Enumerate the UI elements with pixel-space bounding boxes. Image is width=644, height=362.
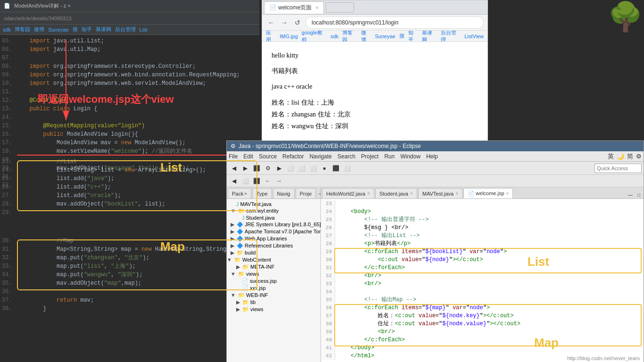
menu-file[interactable]: File [229, 153, 238, 160]
toolbar2-btn-2[interactable]: ⬜ [240, 176, 250, 186]
package-explorer: JMAVTest.java ▼ 📁com.wyl.entity JStudent… [227, 199, 321, 362]
browser-tab-welcome[interactable]: 📄 welcome页面 × [264, 1, 324, 14]
tree-webapp[interactable]: ▶ 🔷Web App Libraries [227, 235, 321, 242]
bm-img[interactable]: IMG.jpg [280, 33, 298, 39]
forward-btn[interactable]: → [279, 17, 289, 28]
new-tab-area[interactable] [326, 2, 354, 13]
editor-tab-student[interactable]: Student.java × [375, 188, 417, 198]
menu-project[interactable]: Project [361, 153, 379, 160]
gear-icon[interactable]: ⚙ [636, 153, 642, 160]
menu-navigate[interactable]: Navigate [309, 153, 331, 160]
bm-suneyae2[interactable]: Suneyae [375, 33, 395, 39]
toolbar2-btn-1[interactable]: ◀ [229, 176, 239, 186]
quick-access-input[interactable] [594, 164, 642, 173]
editor-tab-helloworld[interactable]: HelloWorld2.java × [322, 188, 374, 198]
bm-mooc[interactable]: 慕课网 [96, 26, 111, 33]
menu-refactor[interactable]: Refactor [282, 153, 304, 160]
tree-success[interactable]: 📄success.jsp [227, 278, 321, 285]
bm-listview[interactable]: ListView [464, 33, 484, 39]
menu-run[interactable]: Run [384, 153, 395, 160]
eclipse-main-area: JMAVTest.java ▼ 📁com.wyl.entity JStudent… [227, 199, 644, 362]
helloworld-tab-close[interactable]: × [367, 191, 370, 196]
menu-search[interactable]: Search [338, 153, 355, 160]
welcome-tab-close[interactable]: × [506, 191, 509, 196]
toolbar-btn-9[interactable]: ● [319, 163, 330, 173]
bm-blog2[interactable]: 博客园 [342, 31, 357, 42]
tree-decoration: 🌳 [606, 0, 644, 66]
bm-list[interactable]: List [140, 27, 148, 33]
toolbar-btn-3[interactable]: ⬛ [251, 163, 262, 173]
explorer-tab-proje[interactable]: Proje [296, 188, 316, 198]
tree-reflibs[interactable]: ▶ 🔷Referenced Libraries [227, 242, 321, 249]
toolbar2-btn-3[interactable]: ⬛ [251, 176, 262, 186]
tree-entity[interactable]: ▼ 📁com.wyl.entity [227, 207, 321, 214]
code-line-15: 15. @RequestMapping(value="login") [0, 122, 259, 130]
tab-close-btn[interactable]: × [315, 5, 318, 10]
code-line-07: 07. [0, 54, 259, 62]
bm-weibo[interactable]: 微博 [34, 26, 44, 33]
menu-source[interactable]: Source [259, 153, 277, 160]
tree-views[interactable]: ▼ 📁views [227, 271, 321, 278]
toolbar-btn-11[interactable]: ⬜ [342, 163, 352, 173]
toolbar2-btn-5[interactable]: → [274, 176, 284, 186]
tree-webcontent[interactable]: ▼ 📁WebContent [227, 256, 321, 263]
tree-webinf[interactable]: ▼ 📁WEB-INF [227, 292, 321, 299]
explorer-tab-pack[interactable]: Pack × [228, 188, 251, 198]
bm-mooc2[interactable]: 慕课网 [422, 31, 437, 42]
bm-search[interactable]: 搜 [73, 26, 78, 33]
pack-close[interactable]: × [244, 191, 247, 196]
tree-xxx[interactable]: 📄xxx.jsp [227, 285, 321, 292]
editor-tab-welcome[interactable]: 📄 welcome.jsp × [463, 188, 513, 198]
arrow-reflibs: ▶ [231, 243, 234, 248]
toolbar-btn-4[interactable]: ⚙ [263, 163, 273, 173]
toolbar-btn-6[interactable]: ⬜ [285, 163, 296, 173]
bm-sdk2[interactable]: sdk [330, 33, 339, 39]
bm-app[interactable]: 应用 [266, 31, 276, 42]
bm-admin[interactable]: 后台管理 [115, 26, 136, 33]
arrow-build: ▶ [231, 250, 234, 255]
toolbar2-btn-4[interactable]: ← [263, 176, 273, 186]
tree-jre[interactable]: ▶ 🔷JRE System Library [jre1.8.0_65] [227, 221, 321, 228]
bm-zhihu[interactable]: 知乎 [82, 26, 92, 33]
arrow-metainf: ▶ [236, 264, 240, 270]
menu-edit[interactable]: Edit [243, 153, 253, 160]
tree-lib[interactable]: ▶ 📁lib [227, 299, 321, 306]
toolbar-btn-7[interactable]: ⬜ [297, 163, 307, 173]
tree-views2[interactable]: ▶ 📁views [227, 306, 321, 313]
tree-icon: 🌳 [606, 5, 644, 33]
bm-sdk[interactable]: sdk [3, 27, 11, 33]
editor-tab-mavtest[interactable]: MAVTest.java × [418, 188, 462, 198]
editor-maximize[interactable]: □ [635, 191, 643, 198]
editor-minimize[interactable]: — [627, 191, 634, 198]
tree-student[interactable]: JStudent.java [227, 214, 321, 221]
url-bar[interactable] [305, 16, 484, 29]
menu-window[interactable]: Window [400, 153, 421, 160]
toolbar-btn-5[interactable]: ▶ [274, 163, 284, 173]
bm-zhihu2[interactable]: 知乎 [408, 31, 418, 42]
bm-search2[interactable]: 搜 [399, 33, 405, 40]
toolbar-btn-8[interactable]: ⬜ [308, 163, 318, 173]
bm-admin2[interactable]: 后台管理 [441, 31, 461, 42]
explorer-tab-navig[interactable]: Navig [273, 188, 295, 198]
bm-blog[interactable]: 博客园 [15, 26, 30, 33]
jar-icon-2: 🔷 [237, 229, 243, 234]
content-hello: hello kitty [272, 49, 478, 61]
editor-line-33: 33 <br/> [321, 280, 644, 288]
bm-weibo2[interactable]: 微博 [361, 31, 371, 42]
menu-help[interactable]: Help [426, 153, 438, 160]
toolbar-btn-10[interactable]: ⬛ [330, 163, 341, 173]
toolbar-btn-1[interactable]: ◀ [229, 163, 239, 173]
mavtest-tab-close[interactable]: × [455, 191, 458, 196]
student-tab-close[interactable]: × [410, 191, 413, 196]
refresh-btn[interactable]: ↺ [292, 17, 303, 28]
bm-google[interactable]: google教程 [302, 31, 327, 42]
tree-build[interactable]: ▶ 📁build [227, 249, 321, 256]
explorer-tab-type[interactable]: Type [252, 188, 272, 198]
tree-metainf[interactable]: ▶ 📁META-INF [227, 263, 321, 271]
bm-suneyae[interactable]: Suneyae [48, 27, 68, 33]
tree-tomcat[interactable]: ▶ 🔷Apache Tomcat v7.0 [Apache Tomcat v7.… [227, 228, 321, 235]
editor-map-label: Map [534, 336, 559, 350]
back-btn[interactable]: ← [266, 17, 276, 28]
toolbar-btn-2[interactable]: ▶ [240, 163, 250, 173]
tree-mavtest[interactable]: JMAVTest.java [227, 201, 321, 207]
